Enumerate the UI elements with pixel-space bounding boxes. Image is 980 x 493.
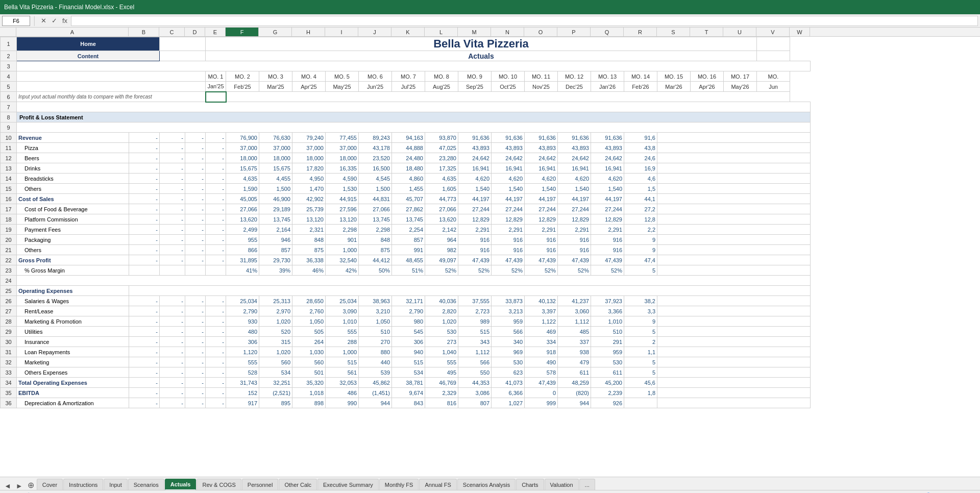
tab-annual-fs[interactable]: Annual FS bbox=[419, 479, 456, 490]
table-row: 29 Utilities - - - - 480 520 505 555 510… bbox=[1, 327, 811, 337]
row-num: 29 bbox=[1, 327, 17, 337]
confirm-icon[interactable]: ✓ bbox=[50, 17, 59, 24]
col-header-Q[interactable]: Q bbox=[591, 28, 624, 36]
tab-scenarios-analysis[interactable]: Scenarios Analysis bbox=[457, 479, 516, 490]
table-row: 19 Payment Fees - - - - 2,499 2,164 2,32… bbox=[1, 225, 811, 235]
tab-actuals[interactable]: Actuals bbox=[165, 479, 197, 490]
col-header-G[interactable]: G bbox=[259, 28, 292, 36]
tab-input[interactable]: Input bbox=[104, 479, 127, 490]
tab-rev-cogs[interactable]: Rev & COGS bbox=[197, 479, 241, 490]
col-header-B[interactable]: B bbox=[129, 28, 159, 36]
mo-header-13: MO. 13 bbox=[591, 71, 624, 82]
col-header-I[interactable]: I bbox=[325, 28, 358, 36]
col-header-O[interactable]: O bbox=[524, 28, 557, 36]
row-num: 28 bbox=[1, 316, 17, 327]
col-header-F[interactable]: F bbox=[226, 28, 259, 36]
col-header-L[interactable]: L bbox=[425, 28, 458, 36]
selected-cell-F6[interactable] bbox=[206, 92, 226, 102]
tab-personnel[interactable]: Personnel bbox=[242, 479, 279, 490]
date-header-6: Jun'25 bbox=[359, 82, 392, 92]
col-header-V[interactable]: V bbox=[756, 28, 790, 36]
table-row: 15 Others - - - - 1,590 1,500 1,470 1,53… bbox=[1, 184, 811, 194]
tab-nav-left[interactable]: ◄ bbox=[2, 482, 13, 490]
spreadsheet-table: 1 Home Bella Vita Pizzeria 2 Content Act… bbox=[0, 37, 811, 408]
col-header-J[interactable]: J bbox=[358, 28, 391, 36]
cancel-icon[interactable]: ✕ bbox=[39, 17, 48, 24]
tab-monthly-fs[interactable]: Monthly FS bbox=[379, 479, 419, 490]
col-header-U[interactable]: U bbox=[723, 28, 756, 36]
tab-other-calc[interactable]: Other Calc bbox=[279, 479, 317, 490]
table-row: 20 Packaging - - - - 955 946 848 901 848… bbox=[1, 235, 811, 245]
drinks-label: Drinks bbox=[17, 163, 129, 174]
tab-nav-right[interactable]: ► bbox=[14, 482, 25, 490]
col-header-T[interactable]: T bbox=[690, 28, 723, 36]
rent-label: Rent/Lease bbox=[17, 306, 129, 316]
home-button[interactable]: Home bbox=[17, 37, 160, 51]
mo-header-12: MO. 12 bbox=[558, 71, 591, 82]
utilities-label: Utilities bbox=[17, 327, 129, 337]
col-header-N[interactable]: N bbox=[491, 28, 524, 36]
tab-instructions[interactable]: Instructions bbox=[63, 479, 103, 490]
table-row: 21 Others - - - - 866 857 875 1,000 875 … bbox=[1, 245, 811, 255]
col-header-M[interactable]: M bbox=[458, 28, 491, 36]
row-num: 26 bbox=[1, 296, 17, 306]
col-header-S[interactable]: S bbox=[657, 28, 690, 36]
column-headers: A B C D E F G H I J K L M N O P Q R S T … bbox=[0, 28, 980, 37]
tab-add[interactable]: ⊕ bbox=[26, 480, 36, 490]
function-icon[interactable]: fx bbox=[61, 17, 69, 24]
title-bar: Bella Vita Pizzeria - Financial Model.xl… bbox=[0, 0, 980, 14]
tab-scenarios[interactable]: Scenarios bbox=[128, 479, 164, 490]
table-row: 28 Marketing & Promotion - - - - 930 1,0… bbox=[1, 316, 811, 327]
table-row: 7 bbox=[1, 102, 811, 112]
col-header-E[interactable]: E bbox=[205, 28, 226, 36]
col-header-K[interactable]: K bbox=[391, 28, 425, 36]
row-num: 27 bbox=[1, 306, 17, 316]
row-num: 33 bbox=[1, 367, 17, 378]
row-num: 18 bbox=[1, 214, 17, 225]
spreadsheet-area: 1 Home Bella Vita Pizzeria 2 Content Act… bbox=[0, 37, 980, 477]
date-header-10: Oct'25 bbox=[492, 82, 525, 92]
date-header-9: Sep'25 bbox=[458, 82, 492, 92]
row-num: 19 bbox=[1, 225, 17, 235]
date-header-12: Dec'25 bbox=[558, 82, 591, 92]
tab-executive-summary[interactable]: Executive Summary bbox=[317, 479, 379, 490]
table-row: 16 Cost of Sales - - - - 45,005 46,900 4… bbox=[1, 194, 811, 204]
formula-input[interactable] bbox=[71, 16, 978, 26]
date-header-5: May'25 bbox=[326, 82, 359, 92]
row-num: 30 bbox=[1, 337, 17, 347]
row-num: 16 bbox=[1, 194, 17, 204]
row-num: 12 bbox=[1, 153, 17, 163]
row-num: 22 bbox=[1, 255, 17, 265]
others-revenue-label: Others bbox=[17, 184, 129, 194]
table-row: 34 Total Operating Expenses - - - - 31,7… bbox=[1, 378, 811, 388]
col-header-H[interactable]: H bbox=[292, 28, 325, 36]
tab-charts[interactable]: Charts bbox=[516, 479, 544, 490]
date-header-11: Nov'25 bbox=[525, 82, 558, 92]
food-label: Cost of Food & Beverage bbox=[17, 204, 129, 214]
col-header-D[interactable]: D bbox=[185, 28, 205, 36]
table-row: 11 Pizza - - - - 37,000 37,000 37,000 37… bbox=[1, 143, 811, 153]
table-row: 9 bbox=[1, 122, 811, 133]
name-box[interactable] bbox=[2, 16, 30, 26]
row-num: 2 bbox=[1, 51, 17, 61]
content-button[interactable]: Content bbox=[17, 51, 160, 61]
tab-more[interactable]: ... bbox=[579, 479, 595, 490]
ebitda-label: EBITDA bbox=[17, 388, 129, 398]
col-header-C[interactable]: C bbox=[159, 28, 185, 36]
date-header-3: Mar'25 bbox=[259, 82, 292, 92]
row-num: 21 bbox=[1, 245, 17, 255]
table-row: 12 Beers - - - - 18,000 18,000 18,000 18… bbox=[1, 153, 811, 163]
table-row: 2 Content Actuals bbox=[1, 51, 811, 61]
col-header-R[interactable]: R bbox=[624, 28, 657, 36]
pizza-label: Pizza bbox=[17, 143, 129, 153]
tab-cover[interactable]: Cover bbox=[37, 479, 63, 490]
col-header-A[interactable]: A bbox=[16, 28, 129, 36]
table-row: 1 Home Bella Vita Pizzeria bbox=[1, 37, 811, 51]
row-num: 32 bbox=[1, 357, 17, 367]
date-header-more: Jun bbox=[757, 82, 790, 92]
col-header-W[interactable]: W bbox=[790, 28, 810, 36]
col-header-P[interactable]: P bbox=[557, 28, 591, 36]
tab-valuation[interactable]: Valuation bbox=[545, 479, 579, 490]
grid[interactable]: 1 Home Bella Vita Pizzeria 2 Content Act… bbox=[0, 37, 980, 477]
row-num: 24 bbox=[1, 276, 17, 286]
